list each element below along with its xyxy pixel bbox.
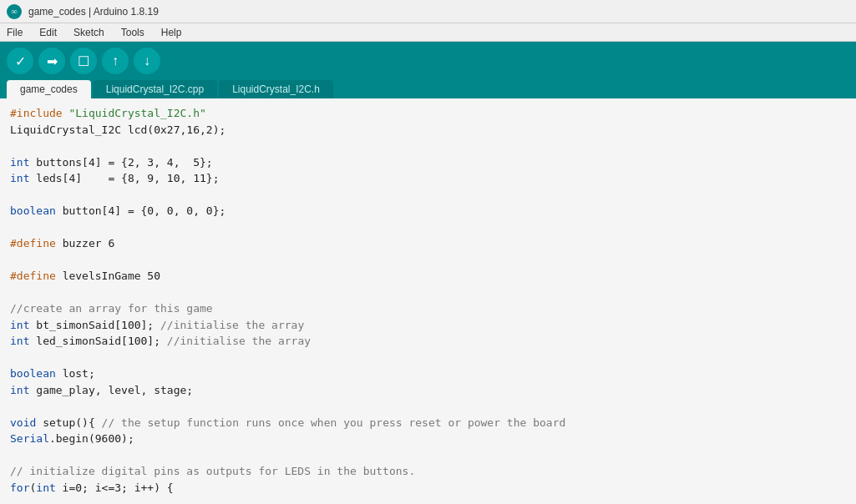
window-title: game_codes | Arduino 1.8.19: [28, 6, 159, 18]
tab-liquidcrystal-cpp[interactable]: LiquidCrystal_I2C.cpp: [93, 80, 217, 98]
tab-bar: game_codes LiquidCrystal_I2C.cpp LiquidC…: [0, 80, 856, 98]
new-button[interactable]: ☐: [70, 48, 97, 74]
open-button[interactable]: ↑: [102, 48, 129, 74]
app-logo: ∞: [7, 4, 22, 19]
menu-edit[interactable]: Edit: [36, 26, 60, 39]
upload-button[interactable]: ➡: [38, 48, 65, 74]
tab-game-codes[interactable]: game_codes: [7, 80, 91, 98]
verify-button[interactable]: ✓: [7, 48, 33, 74]
title-bar: ∞ game_codes | Arduino 1.8.19: [0, 0, 856, 23]
menu-file[interactable]: File: [3, 26, 26, 39]
menu-bar: File Edit Sketch Tools Help: [0, 23, 856, 42]
menu-sketch[interactable]: Sketch: [70, 26, 108, 39]
menu-tools[interactable]: Tools: [118, 26, 148, 39]
toolbar: ✓ ➡ ☐ ↑ ↓: [0, 42, 856, 80]
code-content: #include "LiquidCrystal_I2C.h" LiquidCry…: [10, 105, 846, 499]
save-button[interactable]: ↓: [134, 48, 160, 74]
menu-help[interactable]: Help: [158, 26, 185, 39]
tab-liquidcrystal-h[interactable]: LiquidCrystal_I2C.h: [219, 80, 333, 98]
code-editor[interactable]: #include "LiquidCrystal_I2C.h" LiquidCry…: [0, 98, 856, 499]
logo-symbol: ∞: [11, 7, 17, 16]
